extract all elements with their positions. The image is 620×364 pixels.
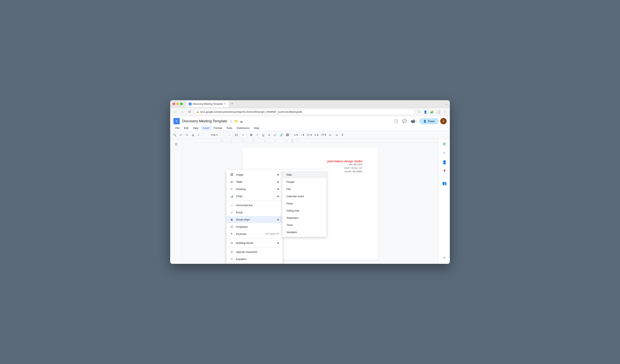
bullet-list-btn[interactable]: ≡ ▾ — [313, 132, 320, 138]
menu-extensions[interactable]: Extensions — [235, 126, 251, 130]
menu-item-table[interactable]: ⊞ Table ▶ — [227, 178, 282, 185]
line-spacing-btn[interactable]: ↕ ▾ — [299, 132, 305, 138]
special-characters-icon: Ω — [230, 250, 234, 254]
font-selector[interactable]: Arial ▾ — [204, 132, 224, 138]
tab-close-icon[interactable]: ✕ — [224, 102, 226, 105]
align-btn[interactable]: ≡ ▾ — [293, 132, 299, 138]
checklist-btn[interactable]: ☑ ▾ — [306, 132, 313, 138]
active-tab[interactable]: ≡ Discovery Meeting Template ✕ — [186, 101, 229, 107]
building-blocks-icon: ⊡ — [230, 241, 234, 245]
forward-button[interactable]: → — [180, 109, 185, 115]
highlight-btn[interactable]: 🖊 — [272, 132, 278, 138]
menu-view[interactable]: View — [191, 126, 200, 130]
redo-btn[interactable]: ↪ — [184, 132, 189, 138]
font-size-increase[interactable]: + — [240, 132, 246, 138]
menu-item-horizontal-line[interactable]: — Horizontal line — [227, 202, 282, 209]
menu-edit[interactable]: Edit — [182, 126, 190, 130]
menu-format[interactable]: Format — [212, 126, 224, 130]
smart-chips-submenu[interactable]: Date People File Calendar event Place — [282, 170, 326, 237]
menu-item-drawing[interactable]: ✏ Drawing ▶ — [227, 185, 282, 193]
dropdown-label: Dropdown — [236, 225, 279, 228]
comment-icon[interactable]: 💬 — [401, 118, 408, 125]
back-button[interactable]: ← — [172, 109, 178, 115]
left-panel: ☰ — [170, 139, 182, 264]
menu-divider-1 — [227, 201, 282, 201]
submenu-item-place[interactable]: Place — [282, 200, 326, 207]
right-panel-contacts-icon[interactable]: 👤 — [441, 159, 448, 166]
print-btn[interactable]: 🖨 — [190, 132, 196, 138]
cast-icon[interactable]: ⬜ — [436, 110, 441, 114]
text-color-btn[interactable]: A — [266, 132, 272, 138]
right-panel-bottom: + — [442, 254, 447, 264]
right-panel-sheets-icon[interactable]: ⊞ — [442, 141, 447, 147]
cloud-icon[interactable]: ☁ — [240, 119, 243, 123]
insert-menu[interactable]: 🖼 Image ▶ ⊞ Table ▶ ✏ D — [227, 170, 282, 264]
profile-icon[interactable]: 👤 — [422, 110, 428, 114]
video-icon[interactable]: 📹▾ — [409, 118, 418, 125]
submenu-item-file[interactable]: File — [282, 185, 326, 193]
menu-item-image[interactable]: 🖼 Image ▶ — [227, 171, 282, 178]
star-icon[interactable]: ☆ — [230, 119, 232, 123]
menu-file[interactable]: File — [173, 126, 182, 130]
building-blocks-label: Building blocks — [236, 241, 275, 245]
submenu-item-variables[interactable]: Variables — [282, 229, 326, 236]
font-size-decrease[interactable]: − — [227, 132, 232, 138]
submenu-item-voting-chip[interactable]: Voting chip — [282, 207, 326, 214]
menu-item-dropdown[interactable]: ⊟ Dropdown — [227, 223, 282, 230]
address-bar[interactable]: 🔒 docs.google.com/document/d/1pxeSkpIrSC… — [194, 109, 415, 115]
docs-title-row: Discovery Meeting Template ☆ 📁 ☁ — [182, 119, 390, 123]
submenu-item-timer[interactable]: Timer — [282, 221, 326, 229]
right-panel-maps-icon[interactable]: 📍 — [441, 168, 448, 175]
insert-image-btn[interactable]: 🖼 — [285, 132, 290, 138]
clear-format-btn[interactable]: T̶ — [340, 132, 345, 138]
search-toolbar-btn[interactable]: 🔍 — [172, 132, 178, 138]
new-tab-button[interactable]: + — [230, 101, 235, 106]
outline-toggle-btn[interactable]: ☰ — [174, 141, 179, 147]
right-panel-tasks-icon[interactable]: ✓ — [442, 150, 447, 157]
share-button[interactable]: 👤 Share — [419, 118, 439, 124]
bold-btn[interactable]: B — [248, 132, 254, 138]
right-panel-people-icon[interactable]: 👥 — [441, 180, 448, 187]
history-icon[interactable]: 🕐 — [393, 118, 400, 125]
italic-btn[interactable]: I — [254, 132, 260, 138]
submenu-item-stopwatch[interactable]: Stopwatch — [282, 214, 326, 221]
right-panel-add-btn[interactable]: + — [442, 254, 447, 262]
menu-insert[interactable]: Insert — [201, 126, 211, 130]
indent-decrease-btn[interactable]: ⇤ — [328, 132, 333, 138]
close-button[interactable] — [172, 102, 175, 105]
menu-icon[interactable]: ⋮ — [442, 110, 448, 114]
undo-btn[interactable]: ↩ — [178, 132, 184, 138]
menu-item-equation[interactable]: π² Equation — [227, 255, 282, 263]
extension-icon[interactable]: 🧩 — [429, 110, 435, 114]
document-area[interactable]: 0 1 2 3 4 5 6 7 pixel bakery design stud… — [182, 139, 439, 264]
submenu-item-people[interactable]: People — [282, 178, 326, 185]
voting-chip-label: Voting chip — [286, 209, 299, 212]
folder-icon[interactable]: 📁 — [234, 119, 238, 123]
menu-item-building-blocks[interactable]: ⊡ Building blocks ▶ — [227, 239, 282, 247]
menu-item-special-characters[interactable]: Ω Special characters — [227, 248, 282, 255]
submenu-item-calendar-event[interactable]: Calendar event — [282, 193, 326, 200]
spellcheck-btn[interactable]: ✓ — [196, 132, 202, 138]
menu-item-smart-chips[interactable]: ◉ Smart chips ▶ — [227, 216, 282, 223]
underline-btn[interactable]: U — [261, 132, 266, 138]
submenu-item-date[interactable]: Date — [282, 171, 326, 178]
font-size-display[interactable]: 11 — [233, 133, 240, 137]
bookmark-icon[interactable]: ☆ — [417, 110, 422, 114]
document-title[interactable]: Discovery Meeting Template — [182, 119, 227, 123]
menu-item-chart[interactable]: 📊 Chart ▶ — [227, 193, 282, 200]
browser-nav: ← → ↺ 🔒 docs.google.com/document/d/1pxeS… — [170, 108, 450, 116]
numbered-list-btn[interactable]: ⑴ ▾ — [320, 132, 327, 138]
link-btn[interactable]: 🔗 — [279, 132, 284, 138]
menu-item-emoji[interactable]: ☺ Emoji — [227, 209, 282, 216]
user-avatar[interactable]: A — [440, 118, 447, 124]
refresh-button[interactable]: ↺ — [187, 109, 192, 115]
chart-arrow: ▶ — [278, 195, 279, 198]
maximize-button[interactable] — [180, 102, 183, 105]
minimize-button[interactable] — [176, 102, 179, 105]
browser-titlebar: ≡ Discovery Meeting Template ✕ + ⌄ — [170, 100, 450, 108]
browser-window: ≡ Discovery Meeting Template ✕ + ⌄ ← → ↺… — [170, 100, 450, 264]
menu-help[interactable]: Help — [252, 126, 261, 130]
menu-tools[interactable]: Tools — [224, 126, 234, 130]
menu-item-footnote[interactable]: ¶ Footnote ⌘+Option+F — [227, 230, 282, 237]
indent-increase-btn[interactable]: ⇥ — [334, 132, 339, 138]
